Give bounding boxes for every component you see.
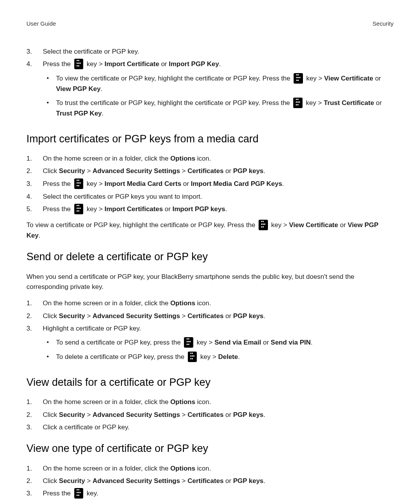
substep-content: To trust the certificate or PGP key, hig…	[56, 98, 394, 119]
substep-list: •To send a certificate or PGP key, press…	[43, 338, 394, 362]
step-item: 2.Click Security > Advanced Security Set…	[26, 311, 394, 321]
header-right: Security	[373, 19, 394, 28]
menu-key-icon: •• ••• ••	[74, 488, 84, 499]
step-item: 2.Click Security > Advanced Security Set…	[26, 166, 394, 176]
bold-term: Options	[170, 155, 195, 162]
steps-list: 1.On the home screen or in a folder, cli…	[26, 298, 394, 366]
bold-term: Send via Email	[214, 339, 261, 346]
step-number: 2.	[26, 410, 43, 420]
header-left: User Guide	[26, 19, 56, 28]
bold-term: Advanced Security Settings	[93, 477, 180, 485]
step-number: 5.	[26, 204, 43, 215]
bold-term: Send via PIN	[271, 339, 311, 346]
continued-steps: 3.Select the certificate or PGP key.4.Pr…	[26, 47, 394, 123]
step-number: 2.	[26, 311, 43, 321]
bold-term: Trust Certificate	[324, 99, 374, 107]
section-after-note: To view a certificate or PGP key, highli…	[26, 220, 394, 241]
step-item: 1.On the home screen or in a folder, cli…	[26, 464, 394, 474]
bold-term: Import Certificates	[105, 205, 163, 213]
step-content: Click Security > Advanced Security Setti…	[43, 410, 394, 420]
bullet-icon: •	[43, 338, 56, 348]
step-item: 2.Click Security > Advanced Security Set…	[26, 410, 394, 420]
step-content: On the home screen or in a folder, click…	[43, 154, 394, 164]
substep-content: To delete a certificate or PGP key, pres…	[56, 352, 394, 362]
step-number: 4.	[26, 192, 43, 202]
step-content: On the home screen or in a folder, click…	[43, 298, 394, 308]
step-content: Press the •• ••• •• key.	[43, 488, 394, 499]
step-item: 5.Press the •• ••• •• key > Import Certi…	[26, 204, 394, 215]
bold-term: View Certificate	[324, 75, 373, 82]
step-content: Select the certificates or PGP keys you …	[43, 192, 394, 202]
step-number: 1.	[26, 298, 43, 308]
bold-term: Import PGP keys	[172, 205, 225, 213]
bullet-icon: •	[43, 74, 56, 94]
bold-term: PGP keys	[233, 312, 263, 320]
bold-term: Options	[170, 299, 195, 307]
step-item: 2.Click Security > Advanced Security Set…	[26, 476, 394, 486]
steps-list: 1.On the home screen or in a folder, cli…	[26, 154, 394, 215]
bold-term: Advanced Security Settings	[93, 411, 180, 418]
step-number: 1.	[26, 397, 43, 407]
bold-term: PGP keys	[233, 411, 263, 418]
step-item: 3.Press the •• ••• •• key > Import Media…	[26, 179, 394, 189]
step-number: 3.	[26, 179, 43, 189]
bold-term: Security	[59, 312, 85, 320]
substep-item: •To view the certificate or PGP key, hig…	[43, 74, 394, 94]
bold-term: Options	[170, 465, 195, 472]
step-number: 4.	[26, 59, 43, 123]
bold-term: Import Media Card Certs	[105, 180, 181, 187]
step-content: On the home screen or in a folder, click…	[43, 397, 394, 407]
step-content: Select the certificate or PGP key.	[43, 47, 394, 57]
bold-term: Certificates	[187, 167, 224, 175]
substep-content: To send a certificate or PGP key, press …	[56, 338, 394, 348]
substep-item: •To send a certificate or PGP key, press…	[43, 338, 394, 348]
menu-key-icon: •• ••• ••	[74, 178, 84, 189]
step-content: Highlight a certificate or PGP key.•To s…	[43, 324, 394, 366]
step-item: 3.Click a certificate or PGP key.	[26, 422, 394, 432]
bold-term: Certificates	[187, 411, 224, 418]
step-content: Click Security > Advanced Security Setti…	[43, 311, 394, 321]
step-number: 3.	[26, 488, 43, 499]
bold-term: Import Media Card PGP Keys	[191, 180, 282, 187]
menu-key-icon: •• ••• ••	[74, 59, 84, 69]
step-number: 2.	[26, 476, 43, 486]
bold-term: Import PGP Key	[169, 60, 219, 68]
step-item: 3.Highlight a certificate or PGP key.•To…	[26, 324, 394, 366]
bold-term: Certificates	[187, 477, 224, 485]
bold-term: Security	[59, 167, 85, 175]
step-content: Click Security > Advanced Security Setti…	[43, 476, 394, 486]
section-heading-view-details: View details for a certificate or PGP ke…	[26, 375, 394, 390]
section-heading-view-one-type: View one type of certificate or PGP key	[26, 441, 394, 456]
menu-key-icon: •• ••• ••	[188, 352, 197, 362]
step-content: Click Security > Advanced Security Setti…	[43, 166, 394, 176]
page-header: User Guide Security	[26, 19, 394, 28]
step-number: 3.	[26, 324, 43, 366]
bold-term: Options	[170, 398, 195, 406]
menu-key-icon: •• ••• ••	[294, 73, 303, 84]
step-number: 3.	[26, 47, 43, 57]
bold-term: View Certificate	[289, 221, 338, 229]
substep-item: •To trust the certificate or PGP key, hi…	[43, 98, 394, 119]
step-content: Press the •• ••• •• key > Import Certifi…	[43, 204, 394, 215]
section-heading-send-delete: Send or delete a certificate or PGP key	[26, 249, 394, 264]
step-item: 4.Select the certificates or PGP keys yo…	[26, 192, 394, 202]
bold-term: Certificates	[187, 312, 224, 320]
bold-term: Advanced Security Settings	[93, 167, 180, 175]
bold-term: PGP keys	[233, 477, 263, 485]
bold-term: Import Certificate	[105, 60, 159, 68]
bold-term: Security	[59, 477, 85, 485]
steps-list: 1.On the home screen or in a folder, cli…	[26, 397, 394, 432]
step-item: 1.On the home screen or in a folder, cli…	[26, 154, 394, 164]
step-number: 1.	[26, 464, 43, 474]
step-item: 1.On the home screen or in a folder, cli…	[26, 298, 394, 308]
bold-term: Trust PGP Key	[56, 110, 102, 117]
bold-term: PGP keys	[233, 167, 263, 175]
step-item: 4.Press the •• ••• •• key > Import Certi…	[26, 59, 394, 123]
step-item: 1.On the home screen or in a folder, cli…	[26, 397, 394, 407]
bold-term: View PGP Key	[56, 85, 101, 93]
section-intro: When you send a certificate or PGP key, …	[26, 272, 394, 292]
step-content: Press the •• ••• •• key > Import Certifi…	[43, 59, 394, 123]
menu-key-icon: •• ••• ••	[259, 220, 268, 230]
menu-key-icon: •• ••• ••	[293, 98, 303, 108]
step-number: 1.	[26, 154, 43, 164]
